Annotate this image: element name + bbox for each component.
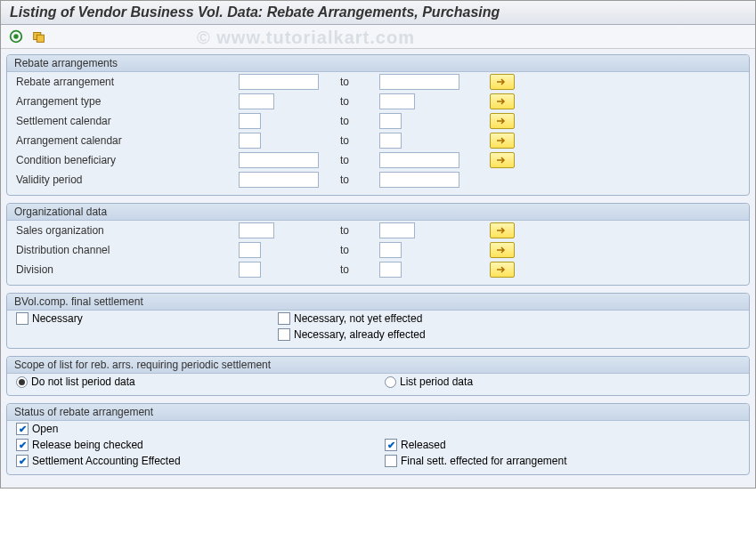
- validity-period-from[interactable]: [239, 172, 319, 188]
- settlement-calendar-to[interactable]: [379, 113, 402, 129]
- multi-select-settlement-calendar[interactable]: [490, 113, 515, 129]
- to-label: to: [335, 115, 379, 127]
- rebate-arrangement-to[interactable]: [379, 74, 459, 90]
- dist-channel-to[interactable]: [379, 242, 402, 258]
- label-dist-channel: Distribution channel: [16, 244, 239, 256]
- group-org: Organizational data Sales organization t…: [6, 203, 750, 286]
- to-label: to: [335, 154, 379, 166]
- label-final-sett: Final sett. effected for arrangement: [401, 455, 567, 467]
- to-label: to: [335, 174, 379, 186]
- group-title-rebate: Rebate arrangements: [7, 55, 749, 72]
- arrangement-calendar-to[interactable]: [379, 133, 402, 149]
- label-rebate-arrangement: Rebate arrangement: [16, 76, 239, 88]
- label-settlement-calendar: Settlement calendar: [16, 115, 239, 127]
- page-title: Listing of Vendor Business Vol. Data: Re…: [1, 1, 755, 25]
- arrangement-type-to[interactable]: [379, 93, 415, 109]
- toolbar: [1, 25, 755, 49]
- label-necessary-already: Necessary, already effected: [294, 328, 426, 341]
- checkbox-settlement-acc[interactable]: [16, 455, 28, 467]
- dist-channel-from[interactable]: [239, 242, 261, 258]
- radio-list[interactable]: [385, 376, 396, 388]
- label-necessary-not-yet: Necessary, not yet effected: [294, 312, 422, 325]
- label-arrangement-type: Arrangement type: [16, 95, 239, 108]
- label-settlement-acc: Settlement Accounting Effected: [32, 455, 181, 467]
- multi-select-arrangement-calendar[interactable]: [490, 133, 515, 149]
- to-label: to: [335, 134, 379, 147]
- to-label: to: [335, 76, 379, 88]
- to-label: to: [335, 244, 379, 256]
- multi-select-arrangement-type[interactable]: [490, 93, 515, 109]
- label-open: Open: [32, 423, 58, 435]
- variant-button[interactable]: [31, 28, 47, 44]
- checkbox-open[interactable]: [16, 423, 28, 435]
- validity-period-to[interactable]: [379, 172, 459, 188]
- division-from[interactable]: [239, 262, 261, 278]
- radio-do-not-list[interactable]: [16, 376, 28, 388]
- group-rebate: Rebate arrangements Rebate arrangement t…: [6, 54, 750, 196]
- group-status: Status of rebate arrangement Open Releas…: [6, 403, 750, 475]
- condition-beneficiary-to[interactable]: [379, 152, 459, 168]
- checkbox-final-sett[interactable]: [385, 455, 397, 467]
- label-release-checked: Release being checked: [32, 439, 143, 451]
- group-title-org: Organizational data: [7, 204, 749, 221]
- checkbox-necessary-not-yet[interactable]: [278, 312, 290, 325]
- multi-select-dist-channel[interactable]: [490, 242, 515, 258]
- to-label: to: [335, 224, 379, 237]
- to-label: to: [335, 263, 379, 276]
- multi-select-sales-org[interactable]: [490, 222, 515, 238]
- label-division: Division: [16, 263, 239, 276]
- settlement-calendar-from[interactable]: [239, 113, 261, 129]
- svg-rect-3: [37, 35, 44, 42]
- group-title-scope: Scope of list for reb. arrs. requiring p…: [7, 357, 749, 374]
- arrangement-type-from[interactable]: [239, 93, 274, 109]
- label-necessary: Necessary: [32, 312, 83, 325]
- division-to[interactable]: [379, 262, 402, 278]
- label-list: List period data: [400, 375, 473, 388]
- label-condition-beneficiary: Condition beneficiary: [16, 154, 239, 166]
- group-scope: Scope of list for reb. arrs. requiring p…: [6, 356, 750, 396]
- group-bvol: BVol.comp. final settlement Necessary Ne…: [6, 293, 750, 349]
- checkbox-necessary[interactable]: [16, 312, 28, 325]
- group-title-status: Status of rebate arrangement: [7, 404, 749, 421]
- label-sales-org: Sales organization: [16, 224, 239, 237]
- execute-button[interactable]: [8, 28, 24, 44]
- svg-point-1: [13, 34, 18, 38]
- multi-select-rebate-arrangement[interactable]: [490, 74, 515, 90]
- checkbox-released[interactable]: [385, 439, 397, 451]
- rebate-arrangement-from[interactable]: [239, 74, 319, 90]
- arrangement-calendar-from[interactable]: [239, 133, 261, 149]
- sales-org-to[interactable]: [379, 222, 415, 238]
- label-do-not-list: Do not list period data: [31, 375, 135, 388]
- label-released: Released: [401, 439, 446, 451]
- label-arrangement-calendar: Arrangement calendar: [16, 134, 239, 147]
- condition-beneficiary-from[interactable]: [239, 152, 319, 168]
- checkbox-release-checked[interactable]: [16, 439, 28, 451]
- checkbox-necessary-already[interactable]: [278, 328, 290, 341]
- to-label: to: [335, 95, 379, 108]
- multi-select-condition-beneficiary[interactable]: [490, 152, 515, 168]
- group-title-bvol: BVol.comp. final settlement: [7, 294, 749, 311]
- sales-org-from[interactable]: [239, 222, 274, 238]
- label-validity-period: Validity period: [16, 174, 239, 186]
- multi-select-division[interactable]: [490, 262, 515, 278]
